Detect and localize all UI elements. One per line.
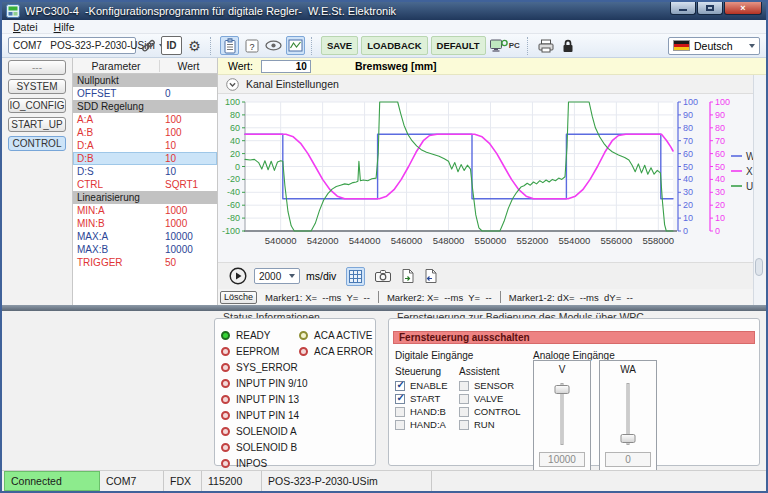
oscilloscope-button[interactable] [286, 36, 305, 55]
slider-label: WA [600, 364, 656, 375]
param-row[interactable]: TRIGGER50 [73, 256, 217, 269]
settings-gear-button[interactable]: ⚙ [185, 36, 204, 55]
minimize-button[interactable] [670, 2, 696, 15]
marker1-readout: Marker1: X= --ms Y= -- [265, 292, 370, 303]
scope-toolbar: 2000 ms/div [218, 262, 753, 289]
parameter-list-button[interactable] [220, 36, 239, 55]
sidebar-item-system[interactable]: SYSTEM [8, 79, 66, 94]
svg-text:0: 0 [715, 226, 720, 236]
toolbar-separator [311, 37, 312, 55]
language-select[interactable]: Deutsch [668, 37, 760, 55]
start-checkbox[interactable] [395, 394, 405, 404]
slider-value: 0 [605, 452, 651, 467]
sensor-checkbox[interactable] [459, 381, 469, 391]
connect-link-button[interactable] [139, 36, 158, 55]
close-button[interactable]: × [724, 2, 762, 15]
collapse-chevron-icon[interactable] [226, 78, 239, 91]
param-name: CTRL [73, 179, 159, 190]
print-button[interactable] [537, 36, 556, 55]
sidebar-item-blank[interactable]: --- [8, 60, 66, 75]
param-value: 1000 [159, 205, 187, 216]
param-row[interactable]: CTRLSQRT1 [73, 178, 217, 191]
eeprom-led-icon [221, 347, 230, 356]
connection-combo[interactable]: COM7 POS-323-P-2030-USim [8, 37, 136, 54]
svg-text:556000: 556000 [601, 235, 633, 246]
param-row[interactable]: D:S10 [73, 165, 217, 178]
param-row[interactable]: A:A100 [73, 113, 217, 126]
svg-text:60: 60 [230, 123, 240, 133]
param-row[interactable]: MAX:A10000 [73, 230, 217, 243]
pc-remote-label: PC [509, 41, 520, 50]
save-recording-button[interactable] [398, 267, 417, 286]
checkbox-label: SENSOR [474, 380, 514, 391]
gear-icon: ⚙ [188, 38, 201, 54]
param-name: MIN:A [73, 205, 159, 216]
param-row[interactable]: MIN:B1000 [73, 217, 217, 230]
svg-text:50: 50 [683, 162, 693, 172]
sidebar-item-io-config[interactable]: IO_CONFIG [8, 98, 66, 113]
sidebar-item-start-up[interactable]: START_UP [8, 117, 66, 132]
param-name: A:B [73, 127, 159, 138]
hand-a-checkbox[interactable] [395, 420, 405, 430]
scrollbar-thumb[interactable] [755, 258, 763, 276]
export-csv-button[interactable] [421, 267, 440, 286]
lock-button[interactable] [559, 36, 578, 55]
valve-checkbox[interactable] [459, 394, 469, 404]
param-row[interactable]: D:B10 [73, 152, 217, 165]
timebase-combo[interactable]: 2000 [254, 268, 300, 284]
svg-text:90: 90 [683, 110, 693, 120]
status-led-label: INPUT PIN 14 [236, 410, 299, 421]
param-value: 10 [159, 153, 176, 164]
pc-remote-button[interactable]: PC [489, 36, 521, 55]
parameter-table-header: Parameter Wert [73, 58, 217, 74]
status-led-row: ACA ERROR [299, 343, 373, 359]
column-header-wert: Wert [159, 60, 217, 72]
hand-b-checkbox[interactable] [395, 407, 405, 417]
analog-sliders: V10000WA0 [533, 360, 657, 472]
run-checkbox[interactable] [459, 420, 469, 430]
param-value: SQRT1 [159, 179, 198, 190]
param-row[interactable]: MAX:B10000 [73, 243, 217, 256]
svg-text:558000: 558000 [642, 235, 674, 246]
slider-thumb[interactable] [555, 385, 570, 394]
param-name: A:A [73, 114, 159, 125]
sidebar-item-control[interactable]: CONTROL [8, 136, 66, 151]
param-row[interactable]: A:B100 [73, 126, 217, 139]
param-row[interactable]: OFFSET0 [73, 87, 217, 100]
status-led-label: INPUT PIN 9/10 [236, 378, 308, 389]
enable-checkbox[interactable] [395, 381, 405, 391]
status-led-label: ACA ACTIVE [314, 330, 372, 341]
value-label: Wert: [228, 60, 253, 72]
vertical-scrollbar[interactable] [753, 75, 764, 305]
monitor-eye-button[interactable] [264, 36, 283, 55]
checkbox-row: ENABLE [395, 380, 448, 391]
grid-toggle-button[interactable] [346, 267, 365, 286]
snapshot-button[interactable] [373, 267, 392, 286]
checkbox-row: HAND:A [395, 419, 448, 430]
status-led-label: INPOS [236, 458, 267, 469]
default-button-label: DEFAULT [437, 40, 480, 51]
param-section-header: Linearisierung [73, 191, 217, 204]
save-button[interactable]: SAVE [321, 36, 358, 55]
checkbox-label: HAND:B [410, 406, 446, 417]
control-checkbox[interactable] [459, 407, 469, 417]
id-button[interactable]: ID [161, 36, 182, 55]
param-row[interactable]: MIN:A1000 [73, 204, 217, 217]
help-button[interactable]: ? [242, 36, 261, 55]
export-csv-icon [425, 269, 437, 283]
marker2-readout: Marker2: X= --ms Y= -- [387, 292, 492, 303]
clear-markers-button[interactable]: Lösche [220, 291, 257, 304]
svg-text:-20: -20 [227, 174, 240, 184]
maximize-button[interactable] [697, 2, 723, 15]
remote-off-banner[interactable]: Fernsteuerung ausschalten [393, 331, 755, 344]
param-row[interactable]: D:A10 [73, 139, 217, 152]
value-input[interactable] [261, 60, 311, 73]
default-button[interactable]: DEFAULT [431, 36, 486, 55]
play-button[interactable] [228, 267, 248, 286]
svg-text:70: 70 [683, 136, 693, 146]
param-value: 100 [159, 114, 182, 125]
menu-datei[interactable]: Datei [8, 21, 43, 33]
loadback-button[interactable]: LOADBACK [361, 36, 427, 55]
slider-thumb[interactable] [621, 434, 636, 443]
menu-hilfe[interactable]: Hilfe [49, 21, 80, 33]
